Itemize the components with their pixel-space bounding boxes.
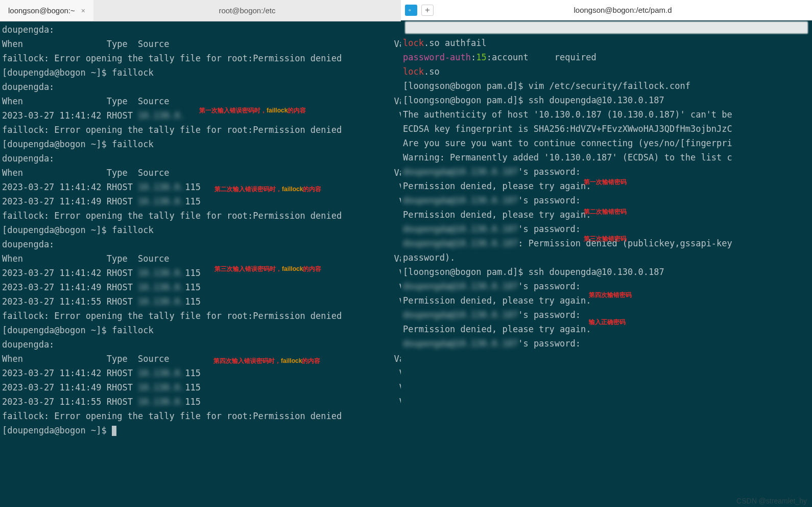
terminal-line: 2023-03-27 11:41:49 RHOST 10.130.0.115 V <box>2 280 399 294</box>
terminal-line: faillock: Error opening the tally file f… <box>2 409 399 423</box>
terminal-line: Warning: Permanently added '10.130.0.187… <box>403 150 810 165</box>
terminal-line: doupengda: <box>2 22 399 37</box>
terminal-line: Are you sure you want to continue connec… <box>403 136 810 150</box>
terminal-output-right[interactable]: lock.so authfailpassword-auth:15:account… <box>401 35 812 507</box>
terminal-line: 2023-03-27 11:41:42 RHOST 10.130.0.115 V <box>2 266 399 280</box>
terminal-line: lock.so authfail <box>403 36 810 50</box>
terminal-line: password). <box>403 250 810 265</box>
terminal-tab-icon[interactable] <box>405 5 417 16</box>
terminal-line: When Type Source Valid <box>2 37 399 51</box>
terminal-line: [doupengda@bogon ~]$ <box>2 423 399 437</box>
terminal-line: [doupengda@bogon ~]$ faillock <box>2 65 399 80</box>
terminal-line: [doupengda@bogon ~]$ faillock <box>2 323 399 337</box>
plus-icon: + <box>425 6 429 15</box>
terminal-line: When Type Source Valid <box>2 166 399 180</box>
annotation: 第三次输入错误密码时，faillock的内容 <box>214 262 321 276</box>
right-terminal-pane: + loongson@bogon:/etc/pam.d lock.so auth… <box>401 0 812 507</box>
annotation: 第四次输错密码 <box>589 288 632 302</box>
annotation: 第三次输错密码 <box>584 232 627 246</box>
window-header: + loongson@bogon:/etc/pam.d <box>401 0 812 20</box>
terminal-line: faillock: Error opening the tally file f… <box>2 209 399 223</box>
tab-label: root@bogon:/etc <box>219 6 275 15</box>
terminal-line: 2023-03-27 11:41:55 RHOST 10.130.0.115 V <box>2 395 399 409</box>
terminal-line: faillock: Error opening the tally file f… <box>2 309 399 323</box>
annotation: 输入正确密码 <box>589 315 626 329</box>
annotation: 第一次输错密码 <box>584 175 627 189</box>
terminal-line: [loongson@bogon pam.d]$ ssh doupengda@10… <box>403 93 810 107</box>
terminal-line: [loongson@bogon pam.d]$ ssh doupengda@10… <box>403 265 810 279</box>
terminal-line: password-auth:15:account required <box>403 50 810 64</box>
cursor <box>112 426 116 436</box>
terminal-line: doupengda: <box>2 80 399 94</box>
terminal-line: 2023-03-27 11:41:55 RHOST 10.130.0.115 V <box>2 294 399 309</box>
terminal-line: lock.so <box>403 64 810 79</box>
terminal-line: ECDSA key fingerprint is SHA256:HdVZV+FE… <box>403 122 810 136</box>
annotation: 第二次输错密码 <box>584 204 627 219</box>
close-icon[interactable]: × <box>81 7 85 15</box>
terminal-line: doupengda: <box>2 151 399 166</box>
window-title: loongson@bogon:/etc/pam.d <box>438 6 808 14</box>
terminal-line: [doupengda@bogon ~]$ faillock <box>2 137 399 151</box>
terminal-line: 2023-03-27 11:41:49 RHOST 10.130.0.115 V <box>2 380 399 395</box>
tab-label: loongson@bogon:~ <box>8 6 75 15</box>
terminal-line: 2023-03-27 11:41:42 RHOST 10.130.0.115 V <box>2 366 399 380</box>
annotation: 第四次输入错误密码时，faillock的内容 <box>213 354 320 368</box>
terminal-line: faillock: Error opening the tally file f… <box>2 123 399 137</box>
terminal-line: 2023-03-27 11:41:42 RHOST 10.130.0.115 V <box>2 180 399 194</box>
terminal-line: When Type Source Valid <box>2 251 399 266</box>
terminal-line: doupengda: <box>2 237 399 251</box>
terminal-line: doupengda: <box>2 337 399 352</box>
annotation: 第二次输入错误密码时，faillock的内容 <box>214 182 321 196</box>
terminal-line: [doupengda@bogon ~]$ faillock <box>2 223 399 237</box>
new-tab-button[interactable]: + <box>421 5 434 16</box>
left-terminal-pane: loongson@bogon:~ × root@bogon:/etc doupe… <box>0 0 401 507</box>
blurred-tab-bar <box>405 21 808 34</box>
terminal-line: doupengda@10.130.0.187's password: <box>403 336 810 351</box>
watermark: CSDN @streamlet_hy <box>736 497 807 505</box>
annotation: 第一次输入错误密码时，faillock的内容 <box>199 103 306 118</box>
tab-loongson[interactable]: loongson@bogon:~ × <box>0 0 93 21</box>
tab-root[interactable]: root@bogon:/etc <box>93 0 401 21</box>
terminal-line: 2023-03-27 11:41:49 RHOST 10.130.0.115 V <box>2 194 399 209</box>
terminal-line: [loongson@bogon pam.d]$ vim /etc/securit… <box>403 79 810 93</box>
terminal-output-left[interactable]: doupengda:When Type Source Validfaillock… <box>0 21 401 507</box>
tab-bar-left: loongson@bogon:~ × root@bogon:/etc <box>0 0 401 21</box>
terminal-line: faillock: Error opening the tally file f… <box>2 51 399 65</box>
terminal-line: The authenticity of host '10.130.0.187 (… <box>403 107 810 122</box>
terminal-line: When Type Source Valid <box>2 352 399 366</box>
